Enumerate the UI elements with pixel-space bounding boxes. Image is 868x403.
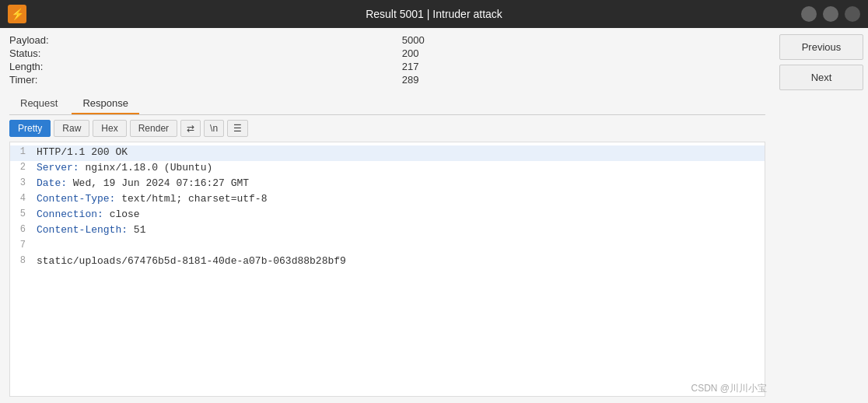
- menu-icon[interactable]: ☰: [227, 120, 248, 137]
- tab-request[interactable]: Request: [9, 93, 68, 114]
- code-line-7: 7: [10, 239, 765, 254]
- wrap-icon[interactable]: ⇄: [180, 120, 201, 137]
- main-content: Payload: 5000 Status: 200 Length: 217 Ti…: [0, 28, 868, 403]
- close-button[interactable]: [845, 6, 860, 22]
- raw-button[interactable]: Raw: [54, 120, 89, 137]
- timer-label: Timer:: [9, 74, 390, 86]
- render-button[interactable]: Render: [130, 120, 177, 137]
- payload-label: Payload:: [9, 34, 390, 46]
- timer-value: 289: [402, 74, 765, 86]
- code-line-5: 5 Connection: close: [10, 208, 765, 223]
- code-line-8: 8 static/uploads/67476b5d-8181-40de-a07b…: [10, 254, 765, 270]
- minimize-button[interactable]: [801, 6, 817, 22]
- view-toolbar: Pretty Raw Hex Render ⇄ \n ☰: [9, 120, 765, 137]
- result-info: Payload: 5000 Status: 200 Length: 217 Ti…: [9, 34, 765, 86]
- code-line-1: 1 HTTP/1.1 200 OK: [10, 145, 765, 161]
- code-line-6: 6 Content-Length: 51: [10, 223, 765, 239]
- tab-response[interactable]: Response: [72, 93, 139, 114]
- code-line-3: 3 Date: Wed, 19 Jun 2024 07:16:27 GMT: [10, 177, 765, 192]
- left-panel: Payload: 5000 Status: 200 Length: 217 Ti…: [0, 28, 775, 403]
- next-button[interactable]: Next: [779, 65, 863, 90]
- payload-value: 5000: [402, 34, 765, 46]
- watermark: CSDN @川川小宝: [691, 382, 767, 395]
- length-value: 217: [402, 61, 765, 72]
- length-label: Length:: [9, 61, 390, 72]
- window-title: Result 5001 | Intruder attack: [366, 8, 502, 20]
- status-value: 200: [402, 47, 765, 59]
- code-line-2: 2 Server: nginx/1.18.0 (Ubuntu): [10, 161, 765, 177]
- titlebar: ⚡ Result 5001 | Intruder attack: [0, 0, 868, 28]
- newline-icon[interactable]: \n: [204, 120, 224, 137]
- response-body: 1 HTTP/1.1 200 OK 2 Server: nginx/1.18.0…: [9, 142, 765, 397]
- app-logo: ⚡: [8, 5, 26, 23]
- tab-bar: Request Response: [9, 93, 765, 115]
- pretty-button[interactable]: Pretty: [9, 120, 51, 137]
- right-panel: Previous Next: [775, 28, 868, 403]
- maximize-button[interactable]: [823, 6, 838, 22]
- window-controls: [801, 6, 860, 22]
- code-line-4: 4 Content-Type: text/html; charset=utf-8: [10, 192, 765, 208]
- status-label: Status:: [9, 47, 390, 59]
- previous-button[interactable]: Previous: [779, 34, 863, 60]
- hex-button[interactable]: Hex: [93, 120, 126, 137]
